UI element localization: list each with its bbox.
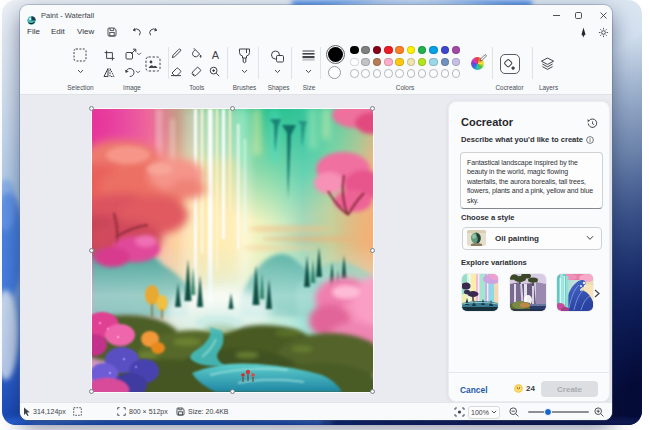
cocreator-button[interactable] <box>500 54 520 74</box>
fit-to-window-icon[interactable] <box>454 407 465 417</box>
brushes-button[interactable] <box>236 47 252 65</box>
zoom-slider-thumb[interactable] <box>544 408 552 416</box>
selection-handle[interactable] <box>89 248 94 253</box>
color-swatch[interactable] <box>418 46 427 55</box>
size-group-label: Size <box>303 84 315 91</box>
empty-color-slot[interactable] <box>441 69 450 78</box>
save-button[interactable] <box>104 24 120 40</box>
layers-button[interactable] <box>538 55 557 73</box>
resize-chevron[interactable] <box>136 52 142 56</box>
selection-handle[interactable] <box>230 106 235 111</box>
selection-handle[interactable] <box>230 389 235 394</box>
eraser-tool-button[interactable] <box>170 65 182 77</box>
menu-view[interactable]: View <box>73 25 98 39</box>
empty-color-slot[interactable] <box>429 69 438 78</box>
shapes-button[interactable] <box>269 49 285 64</box>
foreground-color-swatch[interactable] <box>328 47 343 62</box>
size-button[interactable] <box>301 49 315 61</box>
cancel-button[interactable]: Cancel <box>460 385 487 395</box>
info-icon[interactable] <box>586 136 594 144</box>
toolbar-divider <box>492 47 493 79</box>
zoom-level-dropdown[interactable]: 100% <box>468 406 500 419</box>
toolbar-divider <box>258 47 259 79</box>
redo-button[interactable] <box>145 24 161 40</box>
background-color-swatch[interactable] <box>328 66 341 79</box>
color-swatch[interactable] <box>373 46 382 55</box>
zoom-out-icon[interactable] <box>509 407 519 417</box>
style-dropdown[interactable]: Oil painting <box>462 227 602 250</box>
variation-thumbnail-2[interactable] <box>510 274 546 311</box>
empty-color-slot[interactable] <box>384 69 393 78</box>
selection-group-label: Selection <box>67 84 93 91</box>
maximize-button[interactable] <box>567 9 589 21</box>
brush-pen-tool-button[interactable] <box>190 65 202 77</box>
toolbar-divider <box>320 47 321 79</box>
menu-file[interactable]: File <box>23 25 44 39</box>
rotate-chevron[interactable] <box>135 70 141 74</box>
empty-color-slot[interactable] <box>373 69 382 78</box>
color-swatch[interactable] <box>429 46 438 55</box>
color-swatch[interactable] <box>418 58 427 67</box>
settings-gear-icon[interactable] <box>595 24 611 40</box>
edit-colors-color-wheel-button[interactable] <box>470 56 485 71</box>
color-swatch[interactable] <box>350 58 359 67</box>
brushes-chevron[interactable] <box>241 69 248 74</box>
color-swatch[interactable] <box>452 58 461 67</box>
minimize-button[interactable] <box>545 9 567 21</box>
empty-color-slot[interactable] <box>418 69 427 78</box>
shapes-chevron[interactable] <box>274 69 281 74</box>
fill-tool-button[interactable] <box>190 48 202 60</box>
coin-icon <box>514 384 523 393</box>
create-button[interactable]: Create <box>541 381 598 397</box>
ribbon-toolbar: Selection <box>20 42 612 95</box>
color-swatch[interactable] <box>407 58 416 67</box>
variations-next-chevron[interactable] <box>593 288 601 299</box>
color-swatch[interactable] <box>395 46 404 55</box>
color-swatch[interactable] <box>407 46 416 55</box>
color-swatch[interactable] <box>384 58 393 67</box>
empty-color-slot[interactable] <box>452 69 461 78</box>
text-tool-button[interactable]: A <box>209 48 221 60</box>
size-chevron[interactable] <box>305 69 312 74</box>
color-swatch[interactable] <box>361 58 370 67</box>
selection-handle[interactable] <box>89 106 94 111</box>
stylus-pen-icon[interactable] <box>575 24 591 40</box>
selection-dropdown-chevron[interactable] <box>77 69 84 74</box>
color-swatch[interactable] <box>452 46 461 55</box>
close-button[interactable] <box>592 9 612 21</box>
color-swatch[interactable] <box>441 58 450 67</box>
magnifier-tool-button[interactable] <box>209 65 221 77</box>
describe-label: Describe what you'd like to create <box>461 135 583 144</box>
menu-edit[interactable]: Edit <box>47 25 69 39</box>
color-swatch[interactable] <box>373 58 382 67</box>
crop-button[interactable] <box>103 49 115 61</box>
flip-button[interactable] <box>103 66 115 78</box>
selection-tool-button[interactable] <box>72 47 88 63</box>
color-swatch[interactable] <box>395 58 404 67</box>
canvas-image[interactable] <box>92 109 373 392</box>
selection-handle[interactable] <box>89 389 94 394</box>
color-swatch[interactable] <box>441 46 450 55</box>
prompt-textarea[interactable]: Fantastical landscape inspired by the be… <box>460 152 603 209</box>
undo-button[interactable] <box>128 24 144 40</box>
empty-color-slot[interactable] <box>395 69 404 78</box>
selection-handle[interactable] <box>370 248 375 253</box>
selection-handle[interactable] <box>370 106 375 111</box>
empty-color-slot[interactable] <box>407 69 416 78</box>
tools-group-label: Tools <box>189 84 204 91</box>
panel-title: Cocreator <box>461 116 513 128</box>
color-swatch[interactable] <box>384 46 393 55</box>
variation-thumbnail-1[interactable] <box>462 274 498 311</box>
empty-color-slot[interactable] <box>361 69 370 78</box>
zoom-in-icon[interactable] <box>594 407 604 417</box>
color-swatch[interactable] <box>350 46 359 55</box>
remove-background-button[interactable] <box>144 56 161 73</box>
empty-color-slot[interactable] <box>350 69 359 78</box>
variation-thumbnail-3[interactable] <box>557 274 593 311</box>
zoom-slider[interactable] <box>528 411 589 413</box>
selection-handle[interactable] <box>370 389 375 394</box>
history-icon[interactable] <box>586 117 598 129</box>
pencil-tool-button[interactable] <box>170 48 182 60</box>
color-swatch[interactable] <box>361 46 370 55</box>
color-swatch[interactable] <box>429 58 438 67</box>
